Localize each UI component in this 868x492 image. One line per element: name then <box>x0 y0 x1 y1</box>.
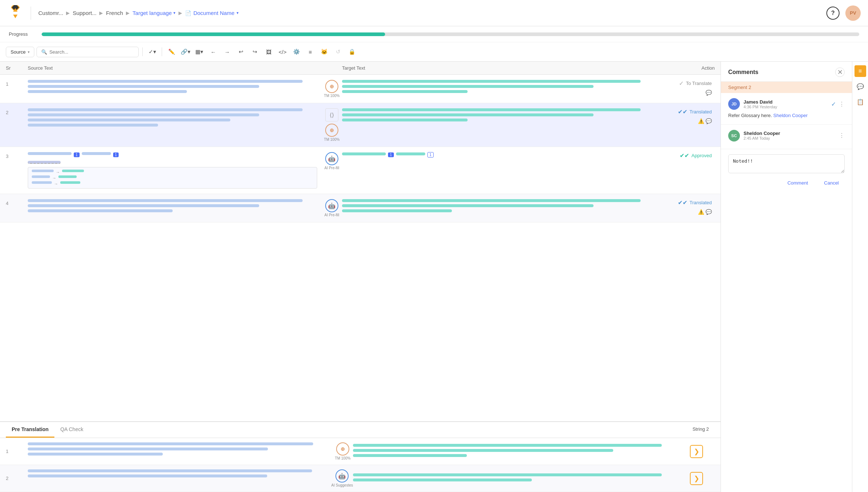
bottom-action-2: ❯ <box>678 472 715 485</box>
target-text-lines-3[interactable]: 1 1 <box>342 152 656 160</box>
action-col-3: ✔✔ Approved <box>656 152 715 159</box>
settings-btn[interactable]: ⚙️ <box>291 46 302 58</box>
action-icons-1: 💬 <box>706 90 712 96</box>
action-icons-2: ⚠️ 💬 <box>698 118 712 124</box>
breadcrumb-document-name[interactable]: 📄 Document Name <box>185 10 239 16</box>
ai-icon-4: 🤖 AI Pre-fill <box>322 199 342 217</box>
col-target: Target Text <box>342 65 656 71</box>
comment-menu-2[interactable]: ⋮ <box>839 132 845 139</box>
clear-btn[interactable]: ↺ <box>332 46 344 58</box>
side-icon-chat[interactable]: 💬 <box>854 81 866 92</box>
target-text-lines-2[interactable] <box>342 108 656 124</box>
bottom-source-1: ⊕ TM 100% <box>28 442 353 460</box>
face-btn[interactable]: 🐱 <box>318 46 330 58</box>
bottom-source-text-1[interactable] <box>28 442 328 458</box>
bottom-action-1: ❯ <box>678 445 715 458</box>
comment-meta-2: SC Sheldon Cooper 2:45 AM Today ⋮ <box>728 130 845 142</box>
comment-icon-4[interactable]: 💬 <box>706 209 712 215</box>
target-col-4 <box>342 199 656 214</box>
arrow-left-btn[interactable]: ← <box>207 46 219 58</box>
comments-title: Comments <box>728 69 758 75</box>
bracket-icon-2: ⟨⟩ ⊕ TM 100% <box>322 108 342 142</box>
breadcrumb-arrow-4: ▶ <box>178 10 182 16</box>
toolbar-divider-1 <box>142 47 143 56</box>
reply-cancel-btn[interactable]: Cancel <box>818 178 845 188</box>
action-badge-2: ✔✔ Translated <box>678 108 712 115</box>
comment-icon-2[interactable]: 💬 <box>706 118 712 124</box>
source-dropdown[interactable]: Source <box>6 47 34 57</box>
source-text-lines-4[interactable] <box>28 199 317 214</box>
bottom-row-num-1: 1 <box>6 449 28 454</box>
breadcrumb-support[interactable]: Support... <box>73 10 96 16</box>
bottom-target-2 <box>353 473 678 484</box>
comments-close-btn[interactable]: ✕ <box>835 67 845 77</box>
bottom-ai-icon-2: 🤖 AI Suggestes <box>331 469 353 487</box>
action-icons-4: ⚠️ 💬 <box>698 209 712 215</box>
reply-input[interactable]: Noted!! <box>728 154 845 173</box>
source-col-2: ⟨⟩ ⊕ TM 100% <box>28 108 342 142</box>
side-icon-filter[interactable]: ≡ <box>854 65 866 77</box>
side-icon-glossary[interactable]: 📋 <box>854 96 866 108</box>
confirm-btn[interactable]: ✓▾ <box>146 46 158 58</box>
bottom-target-text-1[interactable] <box>353 444 678 459</box>
comment-actions-2: ⋮ <box>839 132 845 139</box>
source-text-lines-3[interactable]: 1 1 → <box>28 152 317 189</box>
action-badge-4: ✔✔ Translated <box>678 199 712 206</box>
bottom-tm-icon-1: ⊕ TM 100% <box>333 442 353 460</box>
ai-icon-3: 🤖 AI Pre-fill <box>322 152 342 170</box>
breadcrumb-arrow-2: ▶ <box>99 10 103 16</box>
comment-actions-1: ✓ ⋮ <box>831 101 845 108</box>
app-logo[interactable] <box>7 5 23 21</box>
bottom-action-btn-1[interactable]: ❯ <box>690 445 703 458</box>
target-text-lines-1[interactable] <box>342 80 656 95</box>
action-label-2: Translated <box>690 109 712 115</box>
tab-qa-check[interactable]: QA Check <box>54 422 89 438</box>
list-btn[interactable]: ≡ <box>304 46 316 58</box>
redo-btn[interactable]: ↪ <box>249 46 261 58</box>
undo-btn[interactable]: ↩ <box>235 46 247 58</box>
comment-author-time-2: Sheldon Cooper 2:45 AM Today <box>744 131 835 140</box>
source-text-lines-2[interactable] <box>28 108 317 129</box>
breadcrumb-customr[interactable]: Customr... <box>38 10 63 16</box>
comments-panel: Comments ✕ Segment 2 JD James David 4:36… <box>721 62 852 492</box>
bottom-source-text-2[interactable] <box>28 469 327 480</box>
tab-pre-translation[interactable]: Pre Translation <box>6 422 54 438</box>
breadcrumb-french[interactable]: French <box>106 10 123 16</box>
table-header: Sr Source Text Target Text Action <box>0 62 721 75</box>
image-btn[interactable]: 🖼 <box>263 46 274 58</box>
bottom-target-text-2[interactable] <box>353 473 678 484</box>
bottom-action-btn-2[interactable]: ❯ <box>690 472 703 485</box>
comment-meta-1: JD James David 4:36 PM Yesterday ✓ ⋮ <box>728 98 845 110</box>
breadcrumb-target-language[interactable]: Target language <box>132 10 176 16</box>
target-col-3: 1 1 <box>342 152 656 160</box>
comment-icon-1[interactable]: 💬 <box>706 90 712 96</box>
source-col-3: 1 1 → <box>28 152 342 189</box>
lock-btn[interactable]: 🔒 <box>346 46 358 58</box>
help-button[interactable]: ? <box>826 7 840 20</box>
arrow-right-btn[interactable]: → <box>221 46 233 58</box>
comments-header: Comments ✕ <box>721 62 852 82</box>
target-text-lines-4[interactable] <box>342 199 656 214</box>
edit-btn[interactable]: ✏️ <box>166 46 177 58</box>
search-box[interactable]: 🔍 <box>37 47 139 57</box>
dashed-text-3 <box>28 161 61 164</box>
link-btn[interactable]: 🔗▾ <box>180 46 191 58</box>
user-avatar[interactable]: PV <box>845 5 861 21</box>
bottom-tabs: Pre Translation QA Check String 2 <box>0 422 721 438</box>
source-text-lines-1[interactable] <box>28 80 317 95</box>
comment-menu-1[interactable]: ⋮ <box>839 101 845 108</box>
search-input[interactable] <box>49 49 134 55</box>
tm-label-2: TM 100% <box>324 137 340 142</box>
ai-label-3: AI Pre-fill <box>324 166 339 170</box>
comment-mention-1[interactable]: Sheldon Cooper <box>773 113 808 118</box>
app-header: Customr... ▶ Support... ▶ French ▶ Targe… <box>0 0 868 26</box>
reply-comment-btn[interactable]: Comment <box>781 178 814 188</box>
action-badge-1: ✓ To Translate <box>679 80 712 87</box>
bottom-row-num-2: 2 <box>6 476 28 481</box>
table-btn[interactable]: ▦▾ <box>193 46 205 58</box>
code-btn[interactable]: </> <box>277 46 288 58</box>
tm-label-1: TM 100% <box>324 94 340 98</box>
breadcrumb-arrow-1: ▶ <box>66 10 70 16</box>
comment-check-1[interactable]: ✓ <box>831 101 836 108</box>
table-row: 4 🤖 AI Pre-fill <box>0 194 721 222</box>
